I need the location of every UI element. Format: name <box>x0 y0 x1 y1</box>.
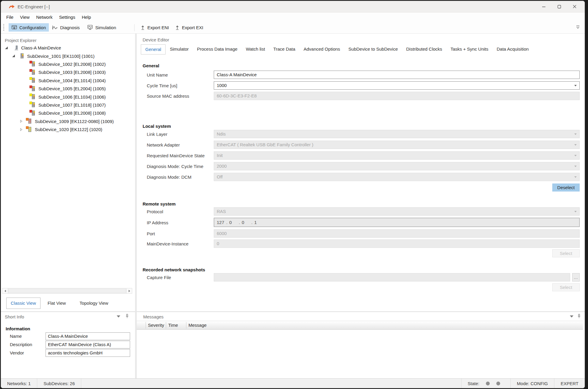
tab-data-acquisition[interactable]: Data Acquisition <box>492 44 533 55</box>
source-mac-input: 60-6D-3C-E3-F2-E8 <box>214 92 580 100</box>
networks-status: Networks: 1 <box>1 379 37 388</box>
cycle-time-select[interactable]: 1000 <box>214 81 580 90</box>
short-info-title: Short Info <box>5 314 24 319</box>
simulation-button[interactable]: Simulation <box>84 23 119 32</box>
expander-expanded-icon[interactable] <box>4 45 9 51</box>
tree-horizontal-scrollbar[interactable] <box>2 288 132 294</box>
ip-address-input[interactable]: 127.0.0.1 <box>214 218 580 227</box>
minimize-button[interactable] <box>536 1 551 12</box>
diagnosis-button[interactable]: Diagnosis <box>49 23 83 32</box>
time-column-header[interactable]: Time <box>168 323 178 328</box>
tab-subdevice-to-subdevice[interactable]: SubDevice to SubDevice <box>344 44 402 55</box>
pin-icon[interactable] <box>577 314 581 319</box>
window-title: EC-Engineer [--] <box>18 4 50 9</box>
ip-octet[interactable]: 0 <box>242 218 249 227</box>
maindevice-instance-row: MainDevice-Instance 0 <box>143 239 580 248</box>
cycle-time-row: Cycle Time [us] 1000 <box>143 81 580 90</box>
expander-collapsed-icon[interactable] <box>19 119 24 124</box>
tree-item-subdevice-1002[interactable]: SubDevice_1002 [EL2008] (1002) <box>1 60 133 68</box>
protocol-row: Protocol RAS <box>143 207 580 216</box>
local-system-heading: Local system <box>143 124 171 129</box>
diagnosis-cycle-time-row: Diagnosis Mode: Cycle Time 2000 <box>143 162 580 170</box>
input-terminal-icon <box>31 102 36 108</box>
tab-simulator[interactable]: Simulator <box>166 44 193 55</box>
snapshots-heading: Recorded network snapshots <box>143 267 205 272</box>
expander-slot <box>19 78 24 83</box>
message-column-header[interactable]: Message <box>188 323 207 328</box>
state-label: State: <box>468 381 479 386</box>
ip-address-label: IP Address <box>147 220 168 225</box>
toolbar-grip[interactable] <box>3 24 4 31</box>
title-bar: EC-Engineer [--] <box>1 1 585 13</box>
maindevice-instance-input: 0 <box>214 239 580 248</box>
mode-status: Mode: CONFIG <box>510 379 554 388</box>
tree-item-subdevice-1009[interactable]: SubDevice_1009 [EK1122-0080] (1009) <box>1 117 133 125</box>
export-eni-button[interactable]: Export ENI <box>137 23 172 32</box>
requested-state-select: Init <box>214 151 580 160</box>
ip-dot: . <box>237 218 242 227</box>
menu-help[interactable]: Help <box>79 13 94 22</box>
input-terminal-icon <box>31 78 36 83</box>
input-terminal-icon <box>31 94 36 99</box>
menu-view[interactable]: View <box>17 13 33 22</box>
tab-flat-view[interactable]: Flat View <box>43 298 70 309</box>
capture-file-row: Capture File ... <box>143 273 580 281</box>
state-dot <box>496 382 500 385</box>
maximize-button[interactable] <box>551 1 567 12</box>
tab-distributed-clocks[interactable]: Distributed Clocks <box>402 44 446 55</box>
scroll-right-arrow[interactable] <box>126 288 132 293</box>
messages-panel: Messages Severity Time Message <box>137 312 585 379</box>
messages-column-header: Severity Time Message <box>137 321 583 330</box>
minimize-icon <box>542 5 546 9</box>
source-mac-row: Source MAC address 60-6D-3C-E3-F2-E8 <box>143 92 580 100</box>
tree-item-subdevice-1008[interactable]: SubDevice_1008 [EL2008] (1008) <box>1 109 133 117</box>
menu-network[interactable]: Network <box>33 13 56 22</box>
tab-general[interactable]: General <box>141 44 166 55</box>
tab-topology-view[interactable]: Topology View <box>75 298 112 309</box>
browse-button[interactable]: ... <box>572 273 580 281</box>
menu-bar: File View Network Settings Help <box>1 13 585 22</box>
scroll-left-arrow[interactable] <box>2 288 8 293</box>
export-exi-button[interactable]: Export EXI <box>172 23 206 32</box>
tree-item-subdevice-1005[interactable]: SubDevice_1005 [EL2004] (1005) <box>1 85 133 93</box>
configuration-label: Configuration <box>19 25 46 30</box>
menu-file[interactable]: File <box>3 13 17 22</box>
deselect-button[interactable]: Deselect <box>552 183 580 192</box>
chevron-down-icon[interactable] <box>117 315 120 318</box>
expander-expanded-icon[interactable] <box>11 53 16 59</box>
tree-item-subdevice-1004[interactable]: SubDevice_1004 [EL1014] (1004) <box>1 77 133 85</box>
link-layer-select: Ndis <box>214 130 580 138</box>
toolbar-overflow-button[interactable] <box>575 25 581 30</box>
tree-item-subdevice-1007[interactable]: SubDevice_1007 [EL1018] (1007) <box>1 101 133 109</box>
ip-octet[interactable]: 1 <box>254 218 262 227</box>
requested-state-label: Requested MainDevice State <box>147 153 205 158</box>
menu-settings[interactable]: Settings <box>56 13 78 22</box>
close-button[interactable] <box>567 1 582 12</box>
ip-octet[interactable]: 127 <box>217 218 224 227</box>
scrollbar-thumb[interactable] <box>8 289 126 293</box>
tree-item-maindevice[interactable]: Class-A MainDevice <box>1 44 133 52</box>
tab-advanced-options[interactable]: Advanced Options <box>300 44 344 55</box>
tree-item-subdevice-1006[interactable]: SubDevice_1006 [EL1034] (1006) <box>1 93 133 101</box>
tab-classic-view[interactable]: Classic View <box>6 298 40 309</box>
configuration-button[interactable]: Configuration <box>9 23 49 32</box>
tree-item-label: SubDevice_1009 [EK1122-0080] (1009) <box>35 119 114 124</box>
tree-item-subdevice-1003[interactable]: SubDevice_1003 [EL2008] (1003) <box>1 68 133 76</box>
tab-process-data-image[interactable]: Process Data Image <box>193 44 242 55</box>
pin-icon[interactable] <box>125 314 129 319</box>
maindevice-instance-label: MainDevice-Instance <box>147 241 188 246</box>
expander-collapsed-icon[interactable] <box>19 127 24 132</box>
toolbar: Configuration Diagnosis Simulation <box>1 22 585 34</box>
tab-trace-data[interactable]: Trace Data <box>269 44 300 55</box>
severity-column-header[interactable]: Severity <box>148 323 164 328</box>
tree-item-subdevice-1020[interactable]: SubDevice_1020 [EK1122] (1020) <box>1 125 133 133</box>
tree-item-subdevice-1001[interactable]: SubDevice_1001 [EK1100] (1001) <box>1 52 133 60</box>
output-terminal-icon <box>31 86 36 91</box>
vendor-value: acontis technologies GmbH <box>46 349 130 357</box>
tab-watch-list[interactable]: Watch list <box>242 44 269 55</box>
expander-slot <box>19 61 24 67</box>
ip-octet[interactable]: 0 <box>229 218 237 227</box>
unit-name-input[interactable]: Class-A MainDevice <box>214 71 580 79</box>
tab-tasks-sync-units[interactable]: Tasks + Sync Units <box>446 44 492 55</box>
chevron-down-icon[interactable] <box>570 315 573 318</box>
